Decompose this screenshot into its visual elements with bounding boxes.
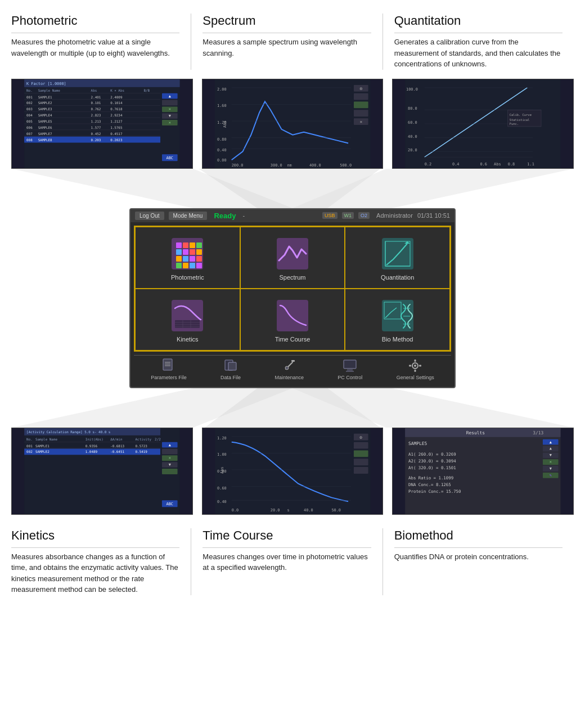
bottom-col-time-course: Time Course Measures changes over time i… <box>202 528 382 595</box>
svg-text:SAMPLE7: SAMPLE7 <box>38 132 52 135</box>
mode-photometric[interactable]: Photometric <box>135 227 240 289</box>
mode-time-course[interactable]: Time Course <box>240 289 345 350</box>
photometric-icon <box>172 238 203 269</box>
toolbar-pc-control[interactable]: PC Control <box>338 358 362 380</box>
svg-rect-114 <box>190 242 195 248</box>
toolbar-data-file[interactable]: Data File <box>220 358 241 380</box>
spectrum-title: Spectrum <box>202 14 371 28</box>
svg-text:SAMPLE6: SAMPLE6 <box>38 125 52 129</box>
usb-badge: USB <box>322 212 338 219</box>
svg-text:0.5419: 0.5419 <box>136 450 148 453</box>
svg-text:1.5765: 1.5765 <box>110 125 123 129</box>
svg-text:Func.: Func. <box>510 122 519 125</box>
logout-button[interactable]: Log Out <box>135 212 164 220</box>
spectrum-icon <box>277 238 308 269</box>
svg-text:✕: ✕ <box>359 119 362 124</box>
svg-text:0.80: 0.80 <box>217 137 227 141</box>
svg-rect-158 <box>346 371 354 372</box>
photometric-title: Photometric <box>11 14 179 28</box>
svg-text:A1( 260.0) =  0.3269: A1( 260.0) = 0.3269 <box>408 452 456 457</box>
svg-text:80.0: 80.0 <box>408 106 417 111</box>
svg-text:DNA Conc.=  8.1265: DNA Conc.= 8.1265 <box>408 482 451 487</box>
svg-text:0.8: 0.8 <box>508 162 515 167</box>
svg-text:Abs: Abs <box>494 162 501 167</box>
svg-text:-0.6813: -0.6813 <box>110 444 124 447</box>
svg-text:1.577: 1.577 <box>91 125 101 129</box>
svg-text:1.213: 1.213 <box>91 120 101 123</box>
svg-rect-81 <box>354 110 368 116</box>
svg-text:0.203: 0.203 <box>91 138 101 141</box>
svg-text:✕: ✕ <box>169 107 171 111</box>
mode-bio-method[interactable]: Bio Method <box>345 289 450 350</box>
svg-text:SAMPLE5: SAMPLE5 <box>38 120 52 123</box>
kinetics-icon <box>172 300 203 331</box>
top-col-quantitation: Quantitation Generates a calibration cur… <box>394 14 574 70</box>
svg-rect-156 <box>344 360 356 369</box>
mode-quantitation-label: Quantitation <box>381 274 414 281</box>
mode-menu-button[interactable]: Mode Menu <box>169 212 208 220</box>
device: Log Out Mode Menu Ready - USB W1 O2 Admi… <box>129 208 456 388</box>
mode-quantitation[interactable]: Quantitation <box>345 227 450 289</box>
svg-text:2.9234: 2.9234 <box>110 114 123 117</box>
svg-text:0.5723: 0.5723 <box>136 444 148 447</box>
kinetics-title: Kinetics <box>11 528 179 543</box>
maintenance-icon <box>281 358 297 374</box>
svg-text:0.00: 0.00 <box>217 158 227 163</box>
wifi-badge: W1 <box>342 212 354 219</box>
svg-text:2/2: 2/2 <box>155 437 161 441</box>
quantitation-icon <box>382 238 413 269</box>
svg-text:40.0: 40.0 <box>408 134 417 138</box>
top-connector <box>0 169 585 208</box>
svg-text:At( 320.0) =  0.1501: At( 320.0) = 0.1501 <box>408 465 456 470</box>
mode-kinetics[interactable]: Kinetics <box>135 289 240 350</box>
mode-spectrum-label: Spectrum <box>279 274 305 281</box>
svg-rect-51 <box>162 100 178 105</box>
svg-text:ABC: ABC <box>166 502 173 506</box>
svg-text:SAMPLE1: SAMPLE1 <box>38 95 52 98</box>
svg-text:20.0: 20.0 <box>408 148 417 152</box>
svg-rect-221 <box>354 467 368 474</box>
svg-text:2.823: 2.823 <box>91 114 101 117</box>
top-section: Photometric Measures the photometric val… <box>0 0 585 79</box>
svg-text:0.7618: 0.7618 <box>110 107 123 111</box>
svg-text:50.0: 50.0 <box>331 508 341 513</box>
biomethod-desc: Quantifies DNA or protein concentrations… <box>394 551 562 563</box>
svg-text:Abs: Abs <box>91 88 97 92</box>
device-header: Log Out Mode Menu Ready - USB W1 O2 Admi… <box>130 209 454 222</box>
toolbar-parameters-label: Parameters File <box>151 375 187 380</box>
svg-text:0.60: 0.60 <box>217 486 227 490</box>
svg-text:Abs: Abs <box>223 120 227 127</box>
top-col-spectrum: Spectrum Measures a sample spectrum usin… <box>202 14 382 70</box>
svg-rect-121 <box>183 256 188 262</box>
svg-rect-164 <box>419 365 421 366</box>
svg-text:1.00: 1.00 <box>217 452 227 457</box>
svg-rect-125 <box>183 263 188 268</box>
svg-text:0.40: 0.40 <box>217 148 227 152</box>
toolbar-general-settings[interactable]: General Settings <box>397 358 434 380</box>
photometric-desc: Measures the photometric value at a sing… <box>11 37 179 59</box>
svg-text:K Factor [1.0000]: K Factor [1.0000] <box>26 81 66 86</box>
svg-text:1.1: 1.1 <box>528 162 534 167</box>
time-course-icon <box>277 300 308 331</box>
svg-rect-122 <box>190 256 195 262</box>
toolbar-parameters-file[interactable]: Parameters File <box>151 358 187 380</box>
toolbar-maintenance[interactable]: Maintenance <box>274 358 304 380</box>
svg-rect-119 <box>196 249 202 255</box>
mode-spectrum[interactable]: Spectrum <box>240 227 345 289</box>
svg-text:1.20: 1.20 <box>217 435 227 440</box>
svg-text:SAMPLE2: SAMPLE2 <box>35 450 50 453</box>
svg-text:3/13: 3/13 <box>533 430 544 435</box>
svg-text:✎: ✎ <box>550 473 552 477</box>
svg-rect-112 <box>176 242 182 248</box>
svg-text:2.4009: 2.4009 <box>110 95 123 98</box>
toolbar-settings-label: General Settings <box>397 375 434 380</box>
svg-rect-219 <box>354 450 368 457</box>
parameters-file-icon <box>161 358 177 374</box>
svg-text:100.0: 100.0 <box>406 87 418 91</box>
svg-text:300.0: 300.0 <box>271 163 282 168</box>
time-course-screen: 1.20 1.00 0.80 0.60 0.40 0.0 20.0 40.0 5… <box>202 428 384 515</box>
svg-point-160 <box>414 365 416 367</box>
svg-rect-116 <box>176 249 182 255</box>
svg-text:1.2127: 1.2127 <box>110 120 123 123</box>
photometric-screen: K Factor [1.0000] No. Sample Name Abs K … <box>11 79 193 169</box>
